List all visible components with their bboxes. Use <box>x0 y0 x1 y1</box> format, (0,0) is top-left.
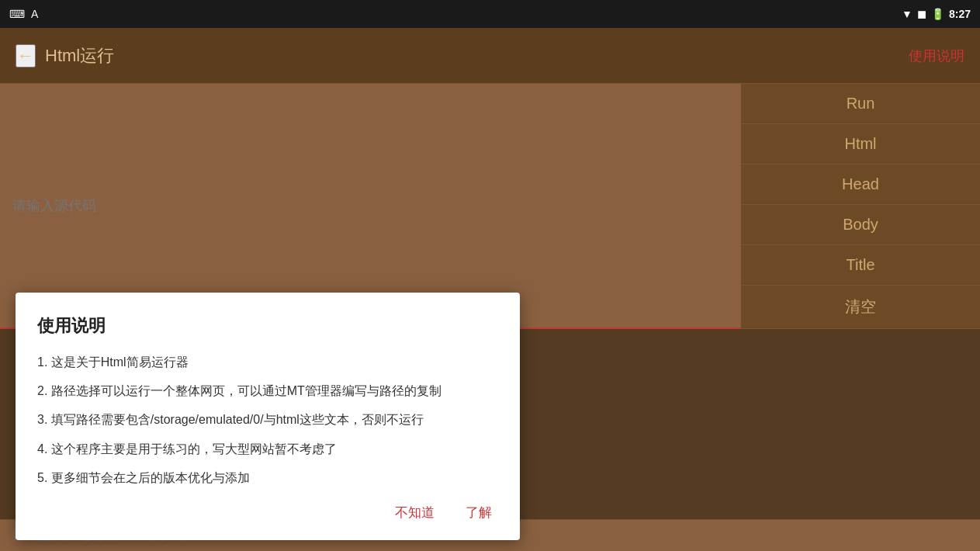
side-buttons: RunHtmlHeadBodyTitle清空 <box>741 84 980 329</box>
dialog-actions: 不知道 了解 <box>37 501 498 525</box>
modal-backdrop: 使用说明 1. 这是关于Html简易运行器2. 路径选择可以运行一个整体网页，可… <box>0 329 980 519</box>
toolbar-left: ← Html运行 <box>16 44 114 68</box>
dialog-item-2: 2. 路径选择可以运行一个整体网页，可以通过MT管理器编写与路径的复制 <box>37 380 498 401</box>
dialog: 使用说明 1. 这是关于Html简易运行器2. 路径选择可以运行一个整体网页，可… <box>16 293 520 540</box>
side-btn-head[interactable]: Head <box>741 165 980 205</box>
status-bar-left: ⌨ A <box>9 8 38 20</box>
dialog-cancel-button[interactable]: 不知道 <box>389 501 441 525</box>
dialog-item-4: 4. 这个程序主要是用于练习的，写大型网站暂不考虑了 <box>37 438 498 459</box>
side-btn-title[interactable]: Title <box>741 245 980 286</box>
dialog-item-5: 5. 更多细节会在之后的版本优化与添加 <box>37 467 498 488</box>
accessibility-icon: A <box>31 8 38 20</box>
side-btn-body[interactable]: Body <box>741 205 980 245</box>
status-bar: ⌨ A ▼ ◼ 🔋 8:27 <box>0 0 980 28</box>
back-button[interactable]: ← <box>16 44 36 68</box>
battery-icon: 🔋 <box>931 8 944 20</box>
signal-icon: ◼ <box>917 8 926 20</box>
wifi-icon: ▼ <box>902 8 912 20</box>
main-content: RunHtmlHeadBodyTitle清空 使用说明 1. 这是关于Html简… <box>0 84 980 551</box>
side-btn-html[interactable]: Html <box>741 124 980 165</box>
side-btn-run[interactable]: Run <box>741 84 980 124</box>
clock: 8:27 <box>949 8 971 20</box>
status-bar-right: ▼ ◼ 🔋 8:27 <box>902 8 971 20</box>
side-btn-清空[interactable]: 清空 <box>741 286 980 329</box>
dialog-body: 1. 这是关于Html简易运行器2. 路径选择可以运行一个整体网页，可以通过MT… <box>37 352 498 488</box>
dialog-confirm-button[interactable]: 了解 <box>459 501 498 525</box>
dialog-item-3: 3. 填写路径需要包含/storage/emulated/0/与html这些文本… <box>37 409 498 430</box>
dialog-title: 使用说明 <box>37 314 498 338</box>
usage-link[interactable]: 使用说明 <box>909 47 964 65</box>
dialog-item-1: 1. 这是关于Html简易运行器 <box>37 352 498 373</box>
center-area: 使用说明 1. 这是关于Html简易运行器2. 路径选择可以运行一个整体网页，可… <box>0 329 980 519</box>
page-title: Html运行 <box>45 44 114 68</box>
top-toolbar: ← Html运行 使用说明 <box>0 28 980 84</box>
keyboard-icon: ⌨ <box>9 8 25 20</box>
